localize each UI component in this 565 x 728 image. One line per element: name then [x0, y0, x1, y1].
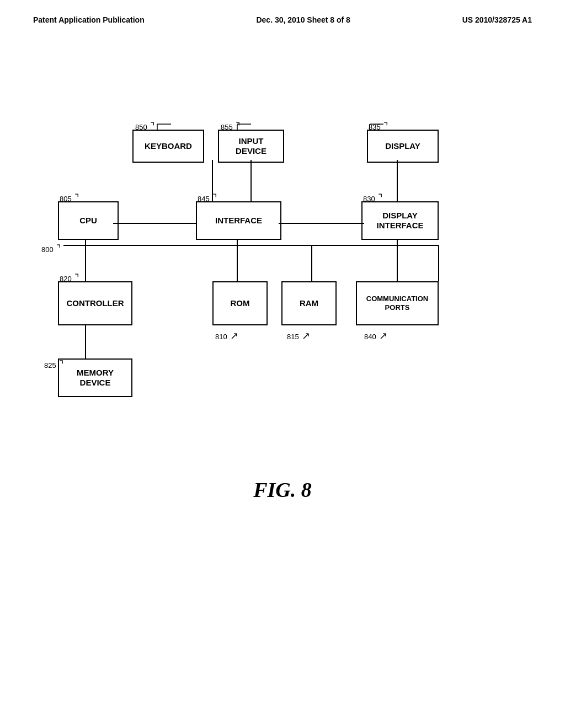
- ram-box: RAM: [281, 281, 337, 325]
- ref-815: 815 ↗: [287, 330, 310, 342]
- memory-device-box: MEMORY DEVICE: [58, 358, 132, 397]
- ref-840: 840 ↗: [364, 330, 387, 342]
- controller-box: CONTROLLER: [58, 281, 132, 325]
- ref-845: 845 ⌝: [198, 192, 217, 204]
- input-device-box: INPUT DEVICE: [218, 130, 284, 163]
- rom-box: ROM: [212, 281, 268, 325]
- ref-820: 820 ⌝: [60, 272, 79, 284]
- header-left: Patent Application Publication: [33, 15, 145, 24]
- header-right: US 2010/328725 A1: [462, 15, 532, 24]
- ref-835: 835 ⌝: [369, 120, 388, 132]
- ref-825: 825 ⌝: [44, 358, 63, 371]
- ref-810: 810 ↗: [215, 330, 238, 342]
- page-header: Patent Application Publication Dec. 30, …: [0, 0, 565, 24]
- display-box: DISPLAY: [367, 130, 439, 163]
- cpu-box: CPU: [58, 201, 119, 240]
- ref-855: 855 ⌝: [221, 120, 240, 132]
- figure-label: FIG. 8: [253, 478, 312, 502]
- interface-box: INTERFACE: [196, 201, 281, 240]
- comm-ports-box: COMMUNICATION PORTS: [356, 281, 439, 325]
- header-middle: Dec. 30, 2010 Sheet 8 of 8: [256, 15, 350, 24]
- diagram-area: KEYBOARD 850 ⌝ INPUT DEVICE 855 ⌝ DISPLA…: [0, 88, 565, 557]
- svg-rect-5: [63, 240, 439, 245]
- ref-830: 830 ⌝: [363, 192, 382, 204]
- display-interface-box: DISPLAY INTERFACE: [361, 201, 439, 240]
- ref-805: 805 ⌝: [60, 192, 79, 204]
- keyboard-box: KEYBOARD: [132, 130, 204, 163]
- ref-850: 850 ⌝: [135, 120, 154, 132]
- ref-800: 800 ⌝: [41, 243, 61, 255]
